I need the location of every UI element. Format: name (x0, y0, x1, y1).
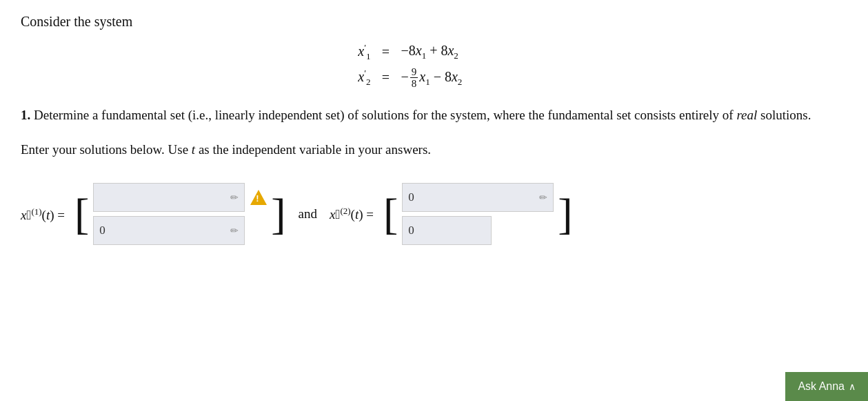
matrix1-inner: ✏ 0 ✏ (89, 179, 271, 248)
matrix1-input1[interactable]: ✏ (93, 183, 245, 212)
problem-body: Determine a fundamental set (i.e., linea… (34, 108, 734, 122)
consider-label: Consider the system (21, 14, 847, 30)
solution2-label: x͢(2)(t) = (330, 206, 374, 222)
solution1-label: x͢(1)(t) = (21, 206, 65, 222)
eq1-lhs: x′1 (343, 42, 371, 62)
warning-icon (250, 190, 267, 205)
connector-text: and (299, 206, 317, 222)
matrix2-value2: 0 (408, 224, 485, 237)
equations-block: x′1 = −8x1 + 8x2 x′2 = −98x1 − 8x2 (21, 42, 847, 90)
instruction-text: Enter your solutions below. Use t as the… (21, 139, 847, 160)
matrix2-input2[interactable]: 0 (402, 216, 492, 245)
eq1-equals: = (379, 44, 393, 60)
equation-2: x′2 = −98x1 − 8x2 (343, 66, 525, 90)
instruction-after-t: as the independent variable in your answ… (199, 142, 431, 157)
warning-triangle (250, 190, 267, 205)
matrix2-inner: 0 ✏ 0 Ask Anna ∧ (398, 179, 558, 248)
matrix1-cell1: ✏ (93, 182, 267, 213)
eq1-rhs: −8x1 + 8x2 (401, 43, 525, 61)
matrix2-value1: 0 (408, 190, 539, 204)
equation-1: x′1 = −8x1 + 8x2 (343, 42, 525, 62)
problem-text: 1. Determine a fundamental set (i.e., li… (21, 105, 847, 126)
matrix1-bracket-right: ] (271, 192, 285, 236)
matrix1-container: [ ✏ 0 ✏ ] (74, 179, 286, 248)
matrix2-input1[interactable]: 0 ✏ (402, 183, 554, 212)
eq2-rhs: −98x1 − 8x2 (401, 66, 525, 90)
ask-anna-chevron-icon: ∧ (849, 381, 856, 392)
matrix1-input2[interactable]: 0 ✏ (93, 216, 245, 245)
matrix2-bracket-left: [ (383, 192, 398, 236)
eq2-lhs: x′2 (343, 68, 371, 88)
matrix2-bracket-right: ] (558, 192, 572, 236)
answer-row: x͢(1)(t) = [ ✏ 0 ✏ (21, 179, 847, 248)
matrix1-bracket-left: [ (74, 192, 89, 236)
instruction-before-t: Enter your solutions below. Use (21, 142, 188, 157)
matrix1-edit1-icon[interactable]: ✏ (230, 192, 239, 204)
matrix1-edit2-icon[interactable]: ✏ (230, 225, 239, 237)
problem-end: solutions. (760, 108, 811, 122)
ask-anna-button[interactable]: Ask Anna ∧ (785, 372, 868, 401)
matrix2-cell1: 0 ✏ (402, 182, 554, 213)
eq2-equals: = (379, 70, 393, 86)
problem-number: 1. (21, 108, 30, 122)
matrix1-value2: 0 (99, 224, 230, 237)
matrix2-cell2: 0 Ask Anna ∧ (402, 215, 554, 246)
matrix1-cell2: 0 ✏ (93, 215, 267, 246)
instruction-t: t (192, 142, 195, 157)
matrix2-container: [ 0 ✏ 0 Ask Anna ∧ ] (383, 179, 573, 248)
matrix2-edit1-icon[interactable]: ✏ (539, 192, 547, 204)
problem-italic: real (736, 108, 757, 122)
ask-anna-label: Ask Anna (798, 380, 845, 393)
